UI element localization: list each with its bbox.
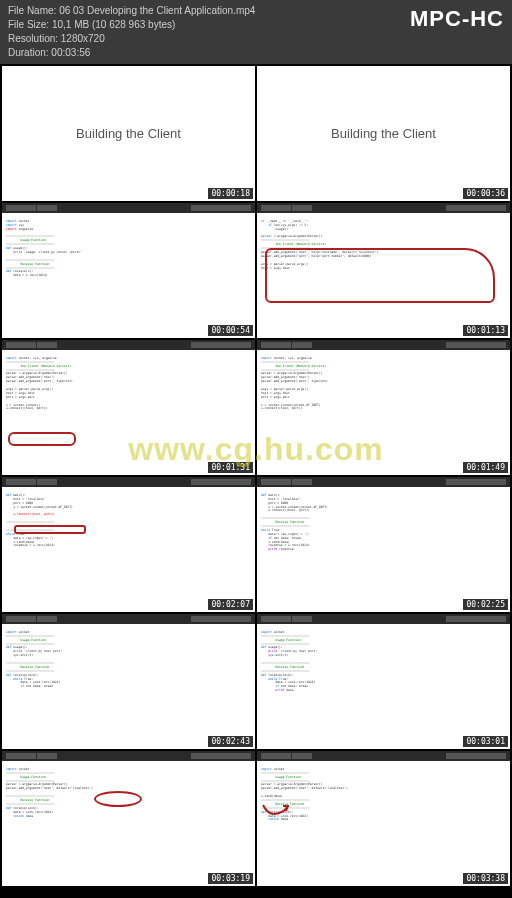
code-editor: import socket, sys, argparse ===========… [2,340,255,475]
duration-value: 00:03:56 [51,47,90,58]
code-editor: import socket, sys, argparse ===========… [257,340,510,475]
code-editor: import socket ==========================… [2,614,255,749]
thumbnail[interactable]: import socket, sys, argparse ===========… [2,340,255,475]
slide-title: Building the Client [257,66,510,201]
editor-toolbar [257,477,510,487]
code-content: import socket ==========================… [2,761,255,825]
editor-toolbar [2,203,255,213]
code-content: import socket ==========================… [257,761,510,829]
thumbnail[interactable]: import socket ==========================… [257,751,510,886]
timestamp: 00:00:54 [208,325,253,336]
code-editor: import socket ==========================… [2,751,255,886]
thumbnail[interactable]: import socket ==========================… [2,751,255,886]
header: File Name: 06 03 Developing the Client A… [0,0,512,64]
file-name-value: 06 03 Developing the Client Application.… [59,5,255,16]
code-content: import socket, sys, argparse ===========… [257,350,510,418]
code-content: def main(): host = 'localhost' port = 80… [257,487,510,559]
code-content: if __name__ == '__main__': if len(sys.ar… [257,213,510,277]
code-content: import socket ==========================… [257,624,510,700]
code-editor: def main(): host = 'localhost' port = 80… [257,477,510,612]
editor-toolbar [257,340,510,350]
code-editor: if __name__ == '__main__': if len(sys.ar… [257,203,510,338]
thumbnail[interactable]: Building the Client 00:00:18 [2,66,255,201]
timestamp: 00:00:36 [463,188,508,199]
timestamp: 00:02:25 [463,599,508,610]
editor-toolbar [2,751,255,761]
timestamp: 00:03:38 [463,873,508,884]
timestamp: 00:00:18 [208,188,253,199]
code-editor: import socket ==========================… [257,751,510,886]
code-editor: import socket import sys import argparse… [2,203,255,338]
editor-toolbar [257,614,510,624]
code-editor: def main(): host = 'localhost' port = 80… [2,477,255,612]
editor-toolbar [257,203,510,213]
thumbnail[interactable]: import socket import sys import argparse… [2,203,255,338]
resolution-value: 1280x720 [61,33,105,44]
thumbnail[interactable]: def main(): host = 'localhost' port = 80… [257,477,510,612]
file-info: File Name: 06 03 Developing the Client A… [8,4,255,60]
thumbnail[interactable]: Building the Client 00:00:36 [257,66,510,201]
timestamp: 00:01:49 [463,462,508,473]
thumbnail[interactable]: import socket ==========================… [2,614,255,749]
timestamp: 00:01:13 [463,325,508,336]
editor-toolbar [2,340,255,350]
code-editor: import socket ==========================… [257,614,510,749]
code-content: import socket import sys import argparse… [2,213,255,285]
thumbnail[interactable]: if __name__ == '__main__': if len(sys.ar… [257,203,510,338]
code-content: def main(): host = 'localhost' port = 80… [2,487,255,555]
thumbnail[interactable]: import socket, sys, argparse ===========… [257,340,510,475]
code-content: import socket, sys, argparse ===========… [2,350,255,418]
slide-title: Building the Client [2,66,255,201]
timestamp: 00:02:43 [208,736,253,747]
code-content: import socket ==========================… [2,624,255,696]
editor-toolbar [2,614,255,624]
thumbnail[interactable]: def main(): host = 'localhost' port = 80… [2,477,255,612]
editor-toolbar [2,477,255,487]
thumbnail[interactable]: import socket ==========================… [257,614,510,749]
editor-toolbar [257,751,510,761]
file-size-value: 10,1 MB (10 628 963 bytes) [52,19,175,30]
timestamp: 00:02:07 [208,599,253,610]
player-name: MPC-HC [410,4,504,35]
thumbnail-grid: Building the Client 00:00:18 Building th… [0,64,512,888]
timestamp: 00:03:19 [208,873,253,884]
timestamp: 00:01:31 [208,462,253,473]
timestamp: 00:03:01 [463,736,508,747]
